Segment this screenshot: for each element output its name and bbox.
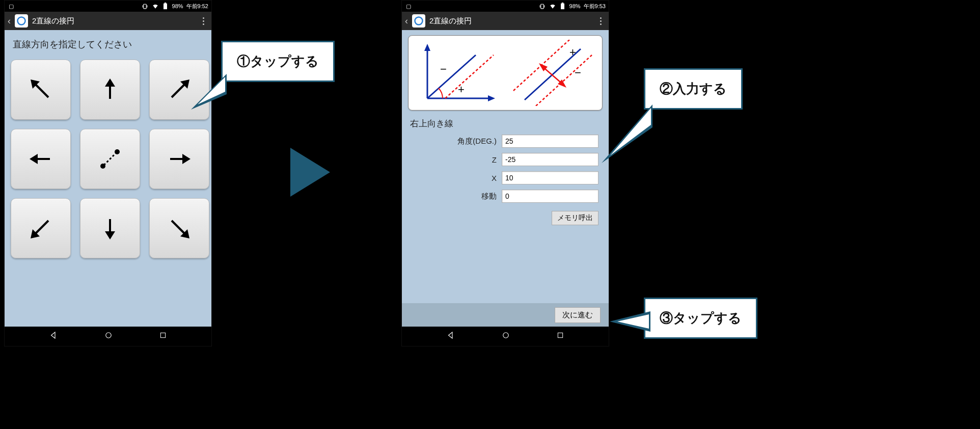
dir-btn-right[interactable] [149, 129, 209, 189]
clock-time: 午前9:52 [186, 3, 208, 10]
app-logo-icon [15, 14, 28, 28]
clock-time: 午前9:53 [584, 3, 606, 10]
dir-btn-down-left[interactable] [11, 198, 71, 258]
svg-rect-1 [164, 4, 167, 9]
screen-body-2: − + + − 右上向き線 角度(DEG.) Z X [402, 30, 609, 327]
callout-2: ②入力する [644, 68, 743, 110]
instruction-text: 直線方向を指定してください [11, 35, 205, 60]
nav-home-icon[interactable] [501, 331, 510, 342]
callout-2-pointer-icon [599, 102, 655, 168]
back-icon[interactable]: ‹ [8, 16, 11, 26]
nav-home-icon[interactable] [104, 331, 113, 342]
battery-percent: 98% [569, 3, 581, 9]
z-label: Z [425, 155, 497, 164]
screen-body-1: 直線方向を指定してください [5, 30, 211, 327]
svg-line-17 [35, 221, 48, 234]
dir-btn-down[interactable] [80, 198, 140, 258]
svg-rect-25 [541, 4, 543, 9]
vibrate-icon [142, 3, 149, 10]
app-title: 2直線の接円 [429, 16, 591, 26]
svg-rect-46 [558, 333, 562, 337]
nav-back-icon[interactable] [446, 331, 455, 342]
svg-line-33 [427, 55, 476, 98]
svg-text:+: + [569, 46, 576, 59]
form-row-angle: 角度(DEG.) [408, 135, 603, 148]
move-field[interactable] [502, 190, 598, 203]
vibrate-icon [539, 3, 546, 10]
nav-back-icon[interactable] [49, 331, 58, 342]
z-field[interactable] [502, 153, 598, 166]
diagram-panel: − + + − [408, 35, 603, 111]
svg-point-28 [415, 17, 423, 25]
app-bar: ‹ 2直線の接円 [402, 12, 609, 30]
dir-btn-diagonal-points[interactable] [80, 129, 140, 189]
svg-line-4 [35, 84, 48, 97]
svg-marker-7 [105, 78, 115, 87]
picture-icon: ▢ [405, 3, 412, 10]
next-button[interactable]: 次に進む [555, 307, 601, 323]
callout-3: ③タップする [644, 298, 757, 339]
back-icon[interactable]: ‹ [405, 16, 408, 26]
battery-percent: 98% [172, 3, 183, 9]
line-direction-heading: 右上向き線 [410, 118, 601, 129]
svg-rect-2 [165, 3, 167, 4]
callout-1-text: ①タップする [237, 53, 319, 69]
dir-btn-up-left[interactable] [11, 60, 71, 120]
x-field[interactable] [502, 171, 598, 184]
android-nav-bar [5, 327, 211, 346]
callout-2-text: ②入力する [660, 81, 727, 96]
dir-btn-down-right[interactable] [149, 198, 209, 258]
dir-btn-left[interactable] [11, 129, 71, 189]
svg-rect-26 [561, 4, 564, 9]
form-row-move: 移動 [408, 190, 603, 203]
svg-marker-32 [488, 95, 495, 101]
form-row-z: Z [408, 153, 603, 166]
svg-text:−: − [440, 63, 447, 75]
svg-point-3 [18, 17, 25, 25]
svg-marker-30 [424, 44, 430, 51]
svg-point-13 [115, 149, 120, 154]
svg-text:−: − [575, 66, 581, 79]
phone-screen-1: ▢ 98% 午前9:52 ‹ 2直線の接円 直線方向を指定してください [4, 0, 212, 346]
wifi-icon [549, 3, 556, 10]
x-label: X [425, 174, 497, 182]
app-title: 2直線の接円 [32, 16, 194, 26]
callout-3-text: ③タップする [660, 310, 742, 326]
svg-marker-16 [182, 154, 190, 164]
nav-recent-icon[interactable] [159, 331, 167, 341]
transition-arrow-icon [290, 148, 330, 197]
angle-label: 角度(DEG.) [425, 137, 497, 146]
picture-icon: ▢ [8, 3, 15, 10]
svg-line-8 [172, 84, 185, 97]
svg-text:+: + [458, 83, 465, 96]
nav-recent-icon[interactable] [556, 331, 564, 341]
svg-point-23 [106, 333, 112, 338]
app-logo-icon [412, 14, 425, 28]
wifi-icon [152, 3, 159, 10]
move-label: 移動 [425, 192, 497, 201]
overflow-menu-icon[interactable] [595, 17, 606, 25]
dir-btn-up[interactable] [80, 60, 140, 120]
svg-rect-24 [160, 333, 165, 337]
angle-diagram-icon: − + [415, 40, 501, 106]
status-bar: ▢ 98% 午前9:52 [5, 1, 211, 12]
bottom-action-bar: 次に進む [402, 303, 609, 327]
phone-screen-2: ▢ 98% 午前9:53 ‹ 2直線の接円 [401, 0, 609, 346]
svg-line-21 [172, 221, 185, 234]
svg-line-14 [104, 153, 116, 165]
status-bar: ▢ 98% 午前9:53 [402, 1, 609, 12]
overflow-menu-icon[interactable] [198, 17, 208, 25]
battery-icon [559, 3, 566, 10]
svg-marker-49 [602, 104, 652, 163]
direction-grid [11, 60, 205, 258]
android-nav-bar [402, 327, 609, 346]
svg-rect-0 [144, 4, 146, 9]
form-row-x: X [408, 171, 603, 184]
callout-3-pointer-icon [607, 309, 653, 334]
offset-diagram-icon: + − [509, 40, 596, 106]
callout-1-pointer-icon [188, 71, 229, 117]
app-bar: ‹ 2直線の接円 [5, 12, 211, 30]
svg-rect-27 [562, 3, 564, 4]
angle-field[interactable] [502, 135, 598, 148]
memory-recall-button[interactable]: メモリ呼出 [552, 211, 598, 225]
